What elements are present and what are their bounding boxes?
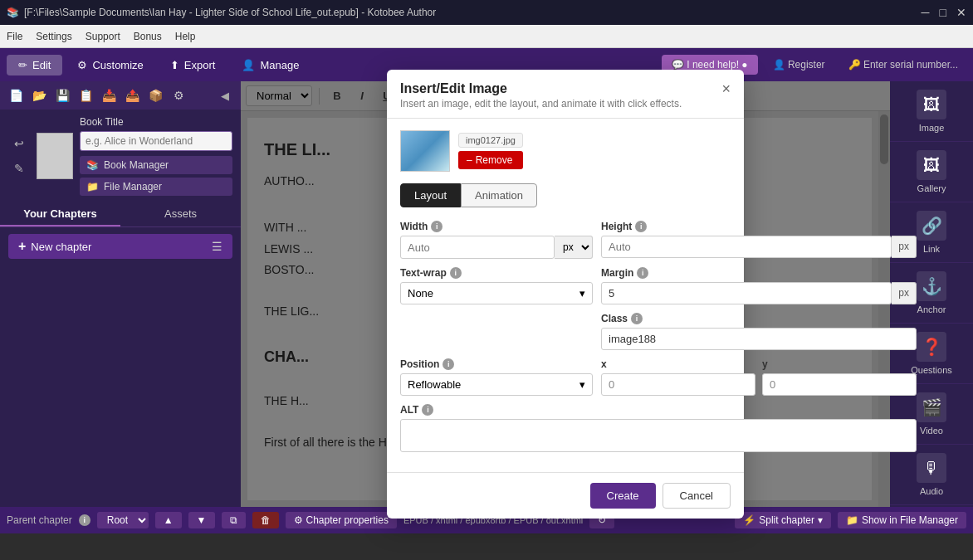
class-input[interactable] bbox=[601, 328, 917, 350]
position-info-icon[interactable]: i bbox=[442, 358, 454, 370]
position-select[interactable]: Reflowable ▾ bbox=[400, 373, 593, 396]
undo-icon[interactable]: ↩ bbox=[8, 133, 30, 154]
open-file-icon[interactable]: 📂 bbox=[28, 85, 50, 106]
book-info: Book Title 📚 Book Manager 📁 File Manager bbox=[80, 116, 232, 196]
list-view-icon[interactable]: ☰ bbox=[212, 240, 222, 253]
rs-gallery[interactable]: 🖼 Gallery bbox=[890, 142, 973, 202]
nav-edit[interactable]: ✏ Edit bbox=[7, 55, 62, 75]
remove-icon: – bbox=[467, 154, 472, 166]
import-icon[interactable]: 📥 bbox=[98, 85, 120, 106]
margin-group: Margin i px bbox=[601, 267, 917, 304]
image-icon: 🖼 bbox=[917, 90, 946, 119]
cancel-button[interactable]: Cancel bbox=[663, 483, 731, 509]
rs-widget[interactable]: 🔧 Widget bbox=[890, 505, 973, 507]
textwrap-info-icon[interactable]: i bbox=[450, 267, 462, 279]
copy-chapter-button[interactable]: ⧉ bbox=[222, 512, 246, 528]
new-chapter-button[interactable]: + New chapter ☰ bbox=[8, 234, 232, 259]
textwrap-select[interactable]: None ▾ bbox=[400, 282, 593, 304]
export-all-icon[interactable]: 📦 bbox=[144, 85, 166, 106]
show-file-manager-button[interactable]: 📁 Show in File Manager bbox=[838, 512, 966, 528]
tab-assets[interactable]: Assets bbox=[120, 202, 241, 226]
save-as-icon[interactable]: 📋 bbox=[75, 85, 96, 106]
menu-support[interactable]: Support bbox=[86, 31, 120, 42]
textwrap-group: Text-wrap i None ▾ bbox=[400, 267, 593, 304]
menu-bonus[interactable]: Bonus bbox=[134, 31, 162, 42]
book-manager-icon: 📚 bbox=[86, 159, 99, 171]
modal-close-button[interactable]: × bbox=[721, 81, 731, 96]
nav-export[interactable]: ⬆ Export bbox=[159, 55, 227, 75]
alt-info-icon[interactable]: i bbox=[422, 404, 433, 416]
textwrap-label: Text-wrap i bbox=[400, 267, 593, 279]
width-input[interactable] bbox=[400, 236, 555, 259]
modal-header: Insert/Edit Image Insert an image, edit … bbox=[387, 70, 744, 119]
height-input[interactable] bbox=[601, 236, 892, 258]
menu-help[interactable]: Help bbox=[175, 31, 196, 42]
alt-input[interactable] bbox=[400, 419, 917, 452]
chapter-properties-button[interactable]: ⚙ Chapter properties bbox=[286, 512, 397, 528]
create-button[interactable]: Create bbox=[590, 483, 656, 509]
export-icon[interactable]: 📤 bbox=[121, 85, 143, 106]
sidebar-collapse-icon[interactable]: ◀ bbox=[214, 85, 236, 106]
class-info-icon[interactable]: i bbox=[631, 313, 643, 324]
nav-manage[interactable]: 👤 Manage bbox=[230, 55, 310, 75]
book-title-input[interactable] bbox=[80, 131, 232, 151]
height-input-row: px bbox=[601, 236, 917, 258]
image-info: img0127.jpg – Remove bbox=[458, 133, 523, 169]
margin-input-row: px bbox=[601, 282, 917, 304]
left-sidebar: 📄 📂 💾 📋 📥 📤 📦 ⚙ ◀ ↩ ✎ Book Title bbox=[0, 81, 241, 507]
x-label: x bbox=[601, 358, 755, 370]
x-input[interactable] bbox=[601, 373, 755, 396]
delete-chapter-button[interactable]: 🗑 bbox=[252, 512, 279, 528]
split-icon: ⚡ bbox=[743, 514, 755, 526]
tab-animation[interactable]: Animation bbox=[461, 183, 537, 207]
rs-image[interactable]: 🖼 Image bbox=[890, 81, 973, 142]
nav-up-button[interactable]: ▲ bbox=[155, 512, 182, 528]
split-chevron-icon: ▾ bbox=[818, 514, 823, 526]
book-thumbnail bbox=[37, 133, 73, 179]
height-unit-label: px bbox=[892, 236, 917, 258]
width-info-icon[interactable]: i bbox=[431, 221, 442, 232]
class-label: Class i bbox=[601, 313, 917, 324]
width-label: Width i bbox=[400, 221, 593, 232]
delete-icon: 🗑 bbox=[261, 514, 271, 526]
book-title-label: Book Title bbox=[80, 116, 232, 128]
tab-layout[interactable]: Layout bbox=[400, 183, 461, 207]
width-input-row: px bbox=[400, 236, 593, 259]
position-chevron-icon: ▾ bbox=[579, 378, 585, 391]
book-manager-button[interactable]: 📚 Book Manager bbox=[80, 156, 232, 174]
edit-book-icon[interactable]: ✎ bbox=[8, 158, 30, 179]
margin-label: Margin i bbox=[601, 267, 917, 279]
manager-buttons: 📚 Book Manager 📁 File Manager bbox=[80, 156, 232, 196]
menu-settings[interactable]: Settings bbox=[36, 31, 71, 42]
new-file-icon[interactable]: 📄 bbox=[5, 85, 27, 106]
nav-customize[interactable]: ⚙ Customize bbox=[66, 55, 154, 75]
settings-icon[interactable]: ⚙ bbox=[168, 85, 189, 106]
margin-input[interactable] bbox=[601, 282, 892, 304]
video-icon: 🎬 bbox=[917, 392, 946, 422]
file-manager-button[interactable]: 📁 File Manager bbox=[80, 178, 232, 196]
main-area: 📄 📂 💾 📋 📥 📤 📦 ⚙ ◀ ↩ ✎ Book Title bbox=[0, 81, 973, 507]
rs-audio[interactable]: 🎙 Audio bbox=[890, 445, 973, 505]
margin-info-icon[interactable]: i bbox=[637, 267, 648, 279]
save-icon[interactable]: 💾 bbox=[51, 85, 73, 106]
tab-your-chapters[interactable]: Your Chapters bbox=[0, 202, 120, 226]
width-unit-select[interactable]: px bbox=[555, 236, 593, 259]
close-button[interactable]: ✕ bbox=[956, 6, 966, 19]
editor-wrap: Normal B I U " ≡ ≡ ≡ ≡ ⇥ ▶ THE LI... AUT… bbox=[241, 81, 890, 507]
height-info-icon[interactable]: i bbox=[635, 221, 647, 232]
parent-chapter-info-icon[interactable]: i bbox=[79, 514, 90, 526]
manage-icon: 👤 bbox=[242, 59, 255, 71]
minimize-button[interactable]: ─ bbox=[922, 6, 930, 19]
serial-button[interactable]: 🔑 Enter serial number... bbox=[840, 55, 966, 75]
menu-file[interactable]: File bbox=[7, 31, 22, 42]
y-input[interactable] bbox=[762, 373, 917, 396]
register-button[interactable]: 👤 Register bbox=[765, 55, 834, 75]
root-select[interactable]: Root bbox=[97, 512, 149, 528]
gallery-icon: 🖼 bbox=[917, 150, 946, 180]
maximize-button[interactable]: □ bbox=[940, 6, 946, 19]
window-title: [F:\Files\Sample Documents\Ian Hay - Lig… bbox=[24, 7, 436, 18]
remove-image-button[interactable]: – Remove bbox=[458, 151, 523, 169]
split-chapter-button[interactable]: ⚡ Split chapter ▾ bbox=[735, 512, 831, 528]
image-thumbnail bbox=[400, 130, 450, 172]
nav-down-button[interactable]: ▼ bbox=[188, 512, 215, 528]
